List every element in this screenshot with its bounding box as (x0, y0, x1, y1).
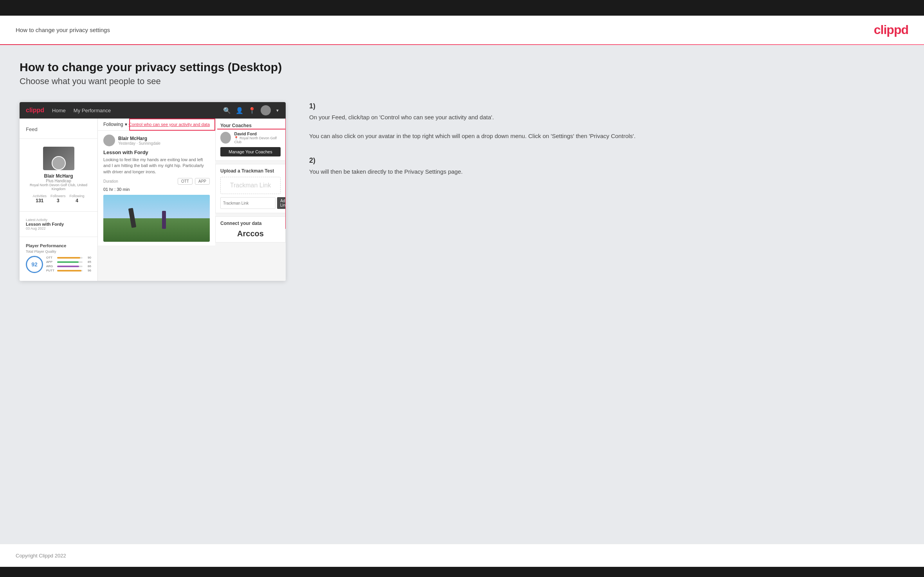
profile-banner (43, 147, 74, 170)
quality-row: 92 OTT 90 APP 85 (26, 256, 91, 273)
app-body: Feed Blair McHarg Plus Handicap Royal No… (20, 119, 286, 281)
header-title: How to change your privacy settings (16, 27, 110, 33)
coaches-title: Your Coaches (220, 123, 281, 128)
trackman-section: Upload a Trackman Test Trackman Link Add… (215, 164, 286, 213)
stat-activities-value: 131 (32, 198, 47, 203)
latest-activity-label: Latest Activity (26, 218, 91, 222)
step2-text: You will then be taken directly to the P… (309, 167, 904, 176)
activity-user-meta: Yesterday · Sunningdale (118, 141, 160, 146)
activity-header: Blair McHarg Yesterday · Sunningdale (103, 135, 210, 146)
bar-ott: OTT 90 (46, 256, 91, 259)
coach-item: David Ford 📍 Royal North Devon Golf Club (220, 131, 281, 144)
app-logo: clippd (26, 107, 44, 114)
trackman-placeholder-box: Trackman Link (220, 177, 281, 194)
arccos-logo: Arccos (220, 229, 281, 238)
bar-ott-value: 90 (84, 256, 91, 259)
dropdown-arrow-icon[interactable]: ▼ (276, 108, 279, 113)
stat-following-label: Following (70, 194, 85, 198)
latest-activity-name: Lesson with Fordy (26, 222, 91, 226)
step1-text-part1: On your Feed, click/tap on 'Control who … (309, 114, 494, 120)
instructions-panel: 1) On your Feed, click/tap on 'Control w… (301, 102, 904, 192)
latest-activity-date: 03 Aug 2022 (26, 226, 91, 230)
bar-app-label: APP (46, 260, 56, 264)
step1-num: 1) (309, 102, 904, 110)
following-button[interactable]: Following ▾ (103, 122, 127, 127)
header: How to change your privacy settings clip… (0, 16, 924, 44)
search-icon[interactable]: 🔍 (223, 107, 231, 114)
tag-row: OTT APP (178, 178, 210, 185)
quality-circle: 92 (26, 256, 43, 273)
user-avatar[interactable] (261, 105, 271, 115)
performance-title: Player Performance (26, 243, 91, 248)
app-right-panel: Your Coaches David Ford 📍 Royal North De… (215, 119, 286, 281)
app-feed-main: Following ▾ Control who can see your act… (98, 119, 215, 281)
following-bar-wrapper: Following ▾ Control who can see your act… (98, 119, 215, 131)
duration-value: 01 hr : 30 min (103, 187, 210, 192)
coach-info: David Ford 📍 Royal North Devon Golf Club (234, 131, 281, 144)
profile-club: Royal North Devon Golf Club, United King… (26, 183, 91, 191)
following-label: Following (103, 122, 123, 127)
instruction-step2: 2) You will then be taken directly to th… (309, 156, 904, 176)
bar-app-value: 85 (84, 260, 91, 264)
coach-club: 📍 Royal North Devon Golf Club (234, 136, 281, 144)
main-content: How to change your privacy settings (Des… (0, 45, 924, 544)
bottom-bar (0, 567, 924, 577)
activity-title: Lesson with Fordy (103, 149, 210, 155)
bar-putt: PUTT 96 (46, 269, 91, 272)
add-link-button[interactable]: Add Link (277, 197, 286, 209)
manage-coaches-button[interactable]: Manage Your Coaches (220, 147, 281, 156)
footer-copyright: Copyright Clippd 2022 (16, 553, 66, 559)
bar-putt-value: 96 (84, 269, 91, 272)
duration-row: Duration OTT APP (103, 178, 210, 185)
control-privacy-link[interactable]: Control who can see your activity and da… (129, 122, 210, 127)
stat-followers: Followers 3 (50, 194, 66, 203)
stat-following-value: 4 (70, 198, 85, 203)
activity-user-name: Blair McHarg (118, 136, 160, 141)
following-bar: Following ▾ Control who can see your act… (98, 119, 215, 131)
location-icon[interactable]: 📍 (248, 107, 256, 114)
activity-card: Blair McHarg Yesterday · Sunningdale Les… (98, 131, 215, 246)
connect-title: Connect your data (220, 221, 281, 226)
quality-bars: OTT 90 APP 85 ARG (46, 256, 91, 273)
location-pin-icon: 📍 (234, 136, 238, 140)
top-bar (0, 0, 924, 16)
bar-app-track (57, 261, 83, 263)
bar-putt-track (57, 270, 83, 271)
activity-user-thumb (103, 135, 115, 146)
profile-avatar (52, 156, 66, 170)
feed-tab[interactable]: Feed (20, 123, 97, 135)
nav-my-performance[interactable]: My Performance (74, 108, 111, 113)
logo: clippd (874, 23, 908, 37)
nav-home[interactable]: Home (52, 108, 66, 113)
profile-stats: Activities 131 Followers 3 Following 4 (26, 194, 91, 203)
stat-following: Following 4 (70, 194, 85, 203)
profile-name: Blair McHarg (44, 173, 73, 179)
duration-label: Duration (103, 179, 118, 183)
sidebar-profile: Blair McHarg Plus Handicap Royal North D… (20, 142, 97, 208)
bar-ott-label: OTT (46, 256, 56, 259)
bar-arg-track (57, 266, 83, 267)
bar-ott-track (57, 257, 83, 259)
bar-app: APP 85 (46, 260, 91, 264)
sidebar-divider (20, 138, 97, 139)
activity-image (103, 195, 210, 242)
trackman-input[interactable] (220, 197, 276, 209)
step2-num: 2) (309, 156, 904, 165)
stat-activities: Activities 131 (32, 194, 47, 203)
golf-scene (103, 195, 210, 242)
activity-user-info: Blair McHarg Yesterday · Sunningdale (118, 136, 160, 146)
trackman-input-row: Add Link (220, 197, 281, 209)
activity-desc: Looking to feel like my hands are exitin… (103, 157, 210, 175)
step1-text-part2: You can also click on your avatar in the… (309, 133, 636, 139)
sidebar-divider2 (20, 211, 97, 212)
stat-activities-label: Activities (32, 194, 47, 198)
tag-app: APP (195, 178, 210, 185)
quality-label: Total Player Quality (26, 250, 91, 253)
user-icon[interactable]: 👤 (236, 107, 243, 114)
player-performance-section: Player Performance Total Player Quality … (20, 240, 97, 276)
content-layout: clippd Home My Performance 🔍 👤 📍 ▼ Feed (20, 102, 904, 281)
app-sidebar: Feed Blair McHarg Plus Handicap Royal No… (20, 119, 98, 281)
page-subheading: Choose what you want people to see (20, 76, 904, 86)
stat-followers-label: Followers (50, 194, 66, 198)
bar-arg-label: ARG (46, 264, 56, 268)
